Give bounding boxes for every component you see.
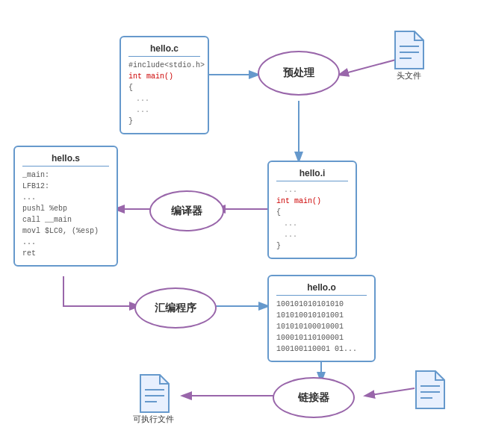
hello-s-content: _main: LFB12: ... pushl %ebp call __main… (22, 169, 109, 259)
lib-file-doc (413, 370, 446, 410)
code-line: ... (22, 237, 109, 248)
compiler-label: 编译器 (171, 205, 202, 218)
keyword: int main() (128, 72, 173, 81)
hello-i-box: hello.i ... int main() { ... ... } (267, 161, 357, 259)
code-line: 100100110001 01... (276, 343, 367, 355)
hello-c-title: hello.c (128, 43, 200, 57)
code-line: _main: (22, 169, 109, 181)
hello-s-box: hello.s _main: LFB12: ... pushl %ebp cal… (13, 146, 118, 267)
linker-label: 链接器 (298, 391, 329, 405)
header-file-label: 头文件 (397, 70, 421, 81)
code-line: #include<stdio.h> (128, 60, 200, 71)
hello-o-title: hello.o (276, 282, 367, 296)
code-line: } (276, 240, 348, 252)
code-line: LFB12: (22, 181, 109, 192)
exe-file-doc: 可执行文件 (133, 373, 174, 425)
code-line: call __main (22, 214, 109, 225)
code-line: movl $LC0, (%esp) (22, 225, 109, 237)
code-line: ... (284, 229, 348, 240)
hello-c-box: hello.c #include<stdio.h> int main() { .… (120, 36, 209, 134)
code-line: { (128, 82, 200, 93)
code-line: 100010110100001 (276, 332, 367, 343)
diagram: hello.c #include<stdio.h> int main() { .… (0, 0, 478, 448)
code-line: ... (22, 192, 109, 203)
code-line: } (128, 116, 200, 127)
lib-file-icon (413, 370, 446, 410)
code-line: pushl %ebp (22, 203, 109, 214)
hello-c-content: #include<stdio.h> int main() { ... ... } (128, 60, 200, 127)
keyword: int main() (276, 197, 321, 205)
code-line: ... (136, 93, 200, 105)
code-line: ret (22, 248, 109, 259)
svg-line-7 (340, 60, 396, 75)
svg-line-8 (366, 388, 415, 396)
code-line: ... (284, 218, 348, 229)
linker-ellipse: 链接器 (273, 377, 355, 418)
hello-i-content: ... int main() { ... ... } (276, 184, 348, 252)
preprocess-ellipse: 预处理 (258, 51, 340, 96)
assembler-label: 汇编程序 (155, 302, 196, 315)
header-file-icon (392, 30, 425, 70)
preprocess-label: 预处理 (283, 66, 314, 80)
code-line: { (276, 207, 348, 218)
hello-s-title: hello.s (22, 153, 109, 167)
exe-file-icon (137, 373, 170, 414)
exe-file-label: 可执行文件 (133, 414, 174, 425)
code-line: 101010010101001 (276, 310, 367, 321)
code-line: 100101010101010 (276, 299, 367, 310)
code-line: ... (284, 184, 348, 196)
compiler-ellipse: 编译器 (149, 190, 224, 231)
code-line: int main() (276, 196, 348, 207)
code-line: 101010100010001 (276, 321, 367, 332)
header-file-doc: 头文件 (392, 30, 425, 81)
code-line: int main() (128, 71, 200, 82)
hello-o-content: 100101010101010 101010010101001 10101010… (276, 299, 367, 355)
hello-i-title: hello.i (276, 168, 348, 181)
code-line: ... (136, 105, 200, 116)
assembler-ellipse: 汇编程序 (134, 287, 217, 329)
hello-o-box: hello.o 100101010101010 101010010101001 … (267, 275, 376, 362)
